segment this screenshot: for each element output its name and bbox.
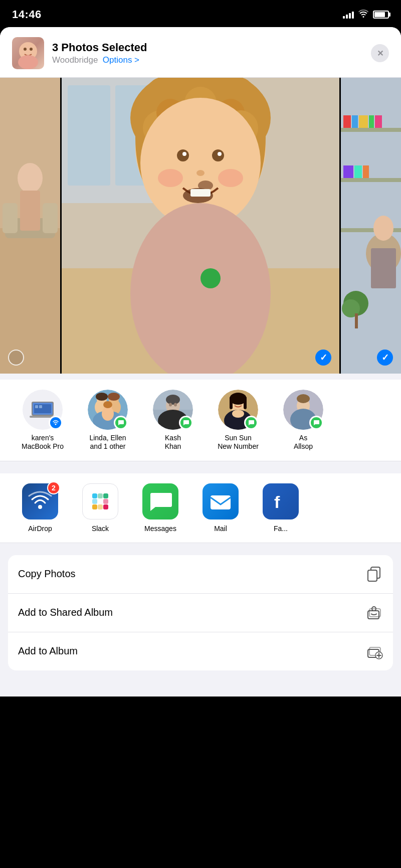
header-title: 3 Photos Selected (52, 41, 363, 54)
app-name-facebook: Fa... (274, 525, 288, 533)
svg-rect-13 (68, 85, 110, 186)
slack-app-icon (82, 483, 118, 519)
svg-rect-60 (35, 405, 38, 408)
app-item-messages[interactable]: Messages (130, 483, 190, 533)
person-name-sunsun: Sun SunNew Number (218, 434, 259, 451)
photo-item-left[interactable] (0, 78, 60, 374)
airdrop-badge-macbook (49, 416, 63, 430)
svg-point-3 (18, 55, 38, 69)
battery-icon (373, 11, 389, 19)
svg-rect-48 (354, 165, 362, 178)
selection-check-right (377, 350, 393, 366)
svg-rect-33 (190, 189, 211, 197)
shared-album-label: Add to Shared Album (18, 607, 113, 618)
status-bar: 14:46 (0, 0, 401, 27)
photo-strip (0, 78, 401, 374)
photo-item-center[interactable] (62, 78, 339, 374)
svg-point-87 (232, 410, 244, 418)
app-item-slack[interactable]: Slack (70, 483, 130, 533)
photo-item-right[interactable] (341, 78, 401, 374)
svg-point-35 (200, 268, 221, 288)
app-item-airdrop[interactable]: 2 AirDrop (10, 483, 70, 533)
person-name-macbook: karen'sMacBook Pro (22, 434, 64, 451)
svg-rect-8 (43, 203, 58, 233)
svg-rect-52 (371, 248, 396, 288)
selection-circle-left (8, 350, 24, 366)
svg-point-51 (373, 216, 393, 241)
svg-point-69 (108, 393, 120, 401)
svg-rect-61 (39, 405, 42, 408)
svg-rect-44 (359, 115, 368, 128)
app-name-airdrop: AirDrop (28, 525, 52, 533)
svg-point-9 (18, 163, 43, 193)
svg-point-29 (218, 152, 222, 156)
person-item-macbook[interactable]: karen'sMacBook Pro (10, 390, 75, 451)
action-shared-album[interactable]: Add to Shared Album (8, 594, 393, 632)
app-row: 2 AirDrop (0, 473, 401, 543)
app-name-mail: Mail (214, 525, 227, 533)
header-subtitle: Woodbridge Options > (52, 55, 363, 65)
person-item-allsop[interactable]: AsAllsop (271, 390, 336, 451)
album-icon (365, 642, 383, 660)
person-avatar-linda (88, 390, 128, 430)
person-name-kash: KashKhan (165, 434, 181, 451)
action-copy-photos[interactable]: Copy Photos (8, 555, 393, 594)
svg-rect-39 (341, 128, 401, 132)
close-button[interactable]: ✕ (371, 44, 389, 62)
svg-point-62 (55, 424, 57, 425)
svg-rect-99 (92, 504, 97, 509)
svg-rect-97 (103, 504, 108, 509)
app-item-facebook[interactable]: f Fa... (251, 483, 311, 533)
svg-rect-40 (341, 178, 401, 182)
person-avatar-sunsun (218, 390, 258, 430)
header-info: 3 Photos Selected Woodbridge Options > (52, 41, 363, 65)
svg-rect-98 (103, 499, 108, 504)
messages-app-icon (142, 483, 178, 519)
svg-rect-85 (244, 397, 247, 409)
person-avatar-kash (153, 390, 193, 430)
action-list: Copy Photos Add to Shared Album (8, 555, 393, 670)
section-gap-3 (0, 543, 401, 549)
svg-rect-100 (98, 504, 103, 509)
person-avatar-allsop (283, 390, 323, 430)
svg-rect-84 (230, 397, 233, 409)
add-album-label: Add to Album (18, 645, 78, 657)
svg-point-37 (218, 169, 243, 187)
svg-rect-104 (368, 570, 377, 581)
svg-rect-96 (98, 493, 103, 498)
svg-rect-46 (375, 115, 382, 128)
svg-rect-95 (103, 493, 108, 498)
status-time: 14:46 (12, 8, 42, 21)
person-name-allsop: AsAllsop (294, 434, 313, 451)
wifi-icon (358, 10, 369, 20)
mail-app-icon (203, 483, 239, 519)
svg-point-30 (196, 170, 205, 176)
message-badge-allsop (309, 416, 323, 430)
person-item-kash[interactable]: KashKhan (140, 390, 206, 451)
svg-rect-101 (211, 495, 231, 509)
svg-rect-93 (92, 493, 97, 498)
svg-rect-10 (20, 191, 40, 231)
message-badge-sunsun (244, 416, 258, 430)
person-avatar-macbook (23, 390, 63, 430)
section-gap-2 (0, 461, 401, 467)
person-item-sunsun[interactable]: Sun SunNew Number (206, 390, 271, 451)
svg-rect-42 (343, 115, 351, 128)
shared-album-icon (365, 604, 383, 622)
message-badge-kash (179, 416, 193, 430)
share-sheet: 3 Photos Selected Woodbridge Options > ✕ (0, 27, 401, 697)
svg-point-92 (38, 505, 42, 509)
status-icons (343, 10, 389, 20)
person-item-linda[interactable]: Linda, Ellenand 1 other (75, 390, 140, 451)
svg-rect-47 (343, 165, 353, 178)
svg-point-1 (24, 48, 27, 51)
action-add-album[interactable]: Add to Album (8, 632, 393, 670)
options-link[interactable]: Options > (103, 55, 139, 65)
bottom-spacer (0, 676, 401, 697)
facebook-app-icon: f (263, 483, 299, 519)
share-header: 3 Photos Selected Woodbridge Options > ✕ (0, 27, 401, 78)
app-item-mail[interactable]: Mail (190, 483, 251, 533)
app-name-messages: Messages (144, 525, 176, 533)
section-gap-1 (0, 374, 401, 380)
selection-check-center (315, 350, 331, 366)
